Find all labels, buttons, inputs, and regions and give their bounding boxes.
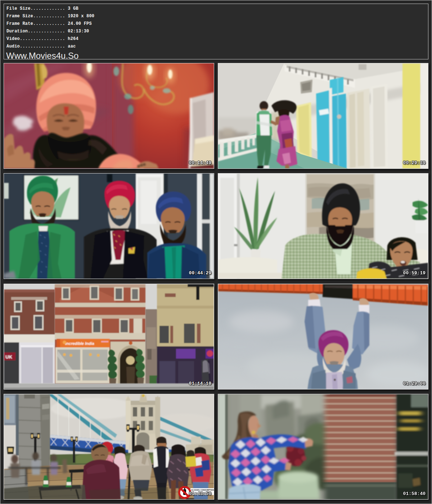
svg-text:Incredible India: Incredible India: [65, 341, 94, 346]
svg-text:UK: UK: [5, 354, 12, 360]
